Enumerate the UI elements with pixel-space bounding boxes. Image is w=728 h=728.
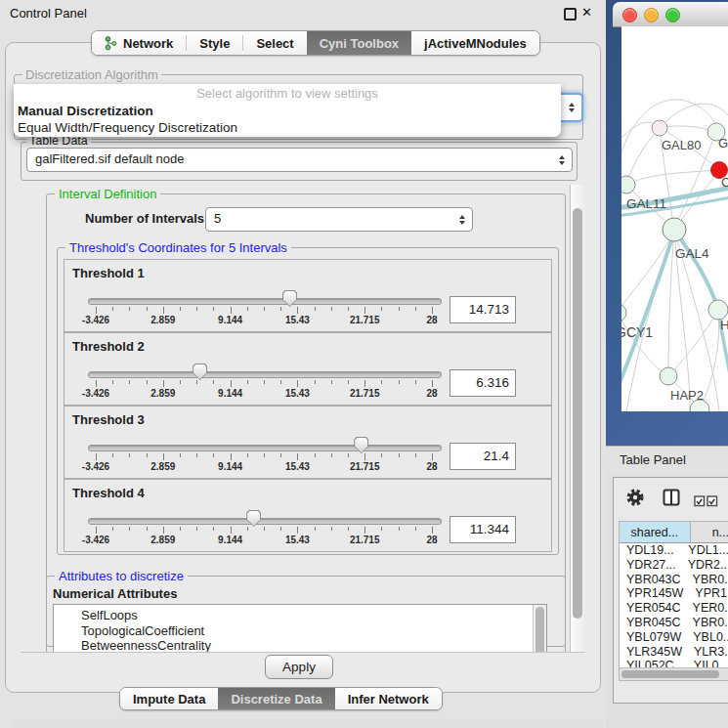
cell-name[interactable]: YBL0... (681, 630, 728, 645)
cell-shared-name[interactable]: YBR043C (620, 573, 681, 587)
numerical-attributes-list[interactable]: SelfLoopsTopologicalCoefficientBetweenne… (53, 604, 547, 653)
select-columns-icon[interactable] (694, 493, 719, 511)
attribute-list-item[interactable]: SelfLoops (54, 608, 546, 623)
cell-name[interactable]: YDR2... (676, 558, 728, 573)
table-header-row: shared... n... (620, 522, 728, 543)
vertical-scrollbar[interactable] (570, 185, 585, 652)
cell-shared-name[interactable]: YDR27... (620, 558, 676, 573)
scale-label: 2.859 (150, 388, 175, 399)
table-row[interactable]: YBR045CYBR0... (620, 616, 728, 630)
tick-mark (147, 527, 148, 531)
vertical-scrollbar-thumb[interactable] (573, 208, 582, 619)
combo-arrows-icon (459, 215, 465, 225)
tick-mark (364, 307, 365, 314)
tick-mark (315, 307, 316, 311)
table-data-select[interactable]: galFiltered.sif default node (26, 148, 573, 172)
gear-icon[interactable] (625, 488, 645, 511)
cell-shared-name[interactable]: YPR145W (620, 586, 683, 601)
tick-mark (315, 453, 316, 457)
table-row[interactable]: YDL19...YDL1... (620, 543, 728, 558)
attribute-list-item[interactable]: BetweennessCentrality (54, 638, 546, 653)
table-row[interactable]: YLR345WYLR3... (620, 645, 728, 660)
cell-name[interactable]: YLR3... (682, 645, 728, 660)
tick-mark (415, 527, 416, 531)
apply-button[interactable]: Apply (265, 655, 333, 679)
close-icon[interactable]: ✕ (581, 5, 592, 20)
threshold-value-input[interactable]: 6.316 (450, 369, 516, 397)
dropdown-option-equal-width[interactable]: Equal Width/Frequency Discretization (14, 119, 561, 136)
tab-impute-data[interactable]: Impute Data (120, 688, 218, 709)
threshold-value-input[interactable]: 14.713 (450, 296, 516, 323)
threshold-value-input[interactable]: 21.4 (450, 443, 516, 470)
tick-mark (297, 527, 298, 534)
table-row[interactable]: YBL079WYBL0... (620, 630, 728, 645)
tab-network[interactable]: Network (92, 31, 186, 55)
tick-mark (96, 527, 97, 534)
cell-name[interactable]: YPR1... (683, 586, 728, 601)
threshold-panel: Threshold 1-3.4262.8599.14415.4321.71528… (64, 259, 552, 332)
float-window-icon[interactable] (564, 8, 577, 21)
network-node[interactable] (660, 367, 677, 385)
tab-infer-network[interactable]: Infer Network (335, 688, 442, 709)
cell-name[interactable]: YBR0... (681, 573, 728, 587)
tab-cyni-toolbox[interactable]: Cyni Toolbox (307, 31, 411, 55)
dropdown-option-manual[interactable]: Manual Discretization (14, 103, 561, 119)
tick-mark (213, 527, 214, 531)
table-row[interactable]: YBR043CYBR0... (620, 573, 728, 587)
tick-mark (247, 380, 248, 384)
tick-mark (196, 453, 197, 457)
network-node[interactable] (621, 176, 635, 193)
table-row[interactable]: YDR27...YDR2... (620, 558, 728, 573)
node-attribute-table[interactable]: shared... n... YDL19...YDL1...YDR27...YD… (619, 521, 728, 681)
cell-shared-name[interactable]: YBL079W (620, 630, 681, 645)
tick-mark (280, 453, 281, 457)
list-scrollbar[interactable] (533, 605, 546, 653)
number-of-intervals-select[interactable]: 5 (205, 207, 473, 232)
cell-name[interactable]: YDL1... (676, 543, 728, 558)
slider-track[interactable] (88, 298, 442, 305)
network-node[interactable] (663, 218, 686, 241)
tab-discretize-data[interactable]: Discretize Data (218, 688, 334, 709)
tick-mark (112, 380, 113, 384)
slider-track[interactable] (88, 371, 442, 378)
cell-shared-name[interactable]: YER054C (620, 601, 681, 616)
slider-ticks (96, 380, 432, 388)
table-header-shared-name[interactable]: shared... (620, 522, 691, 543)
network-node[interactable] (621, 304, 626, 321)
tab-style[interactable]: Style (187, 31, 242, 55)
horizontal-scrollbar-thumb[interactable] (621, 670, 719, 678)
cell-shared-name[interactable]: YDL19... (620, 543, 676, 558)
tick-mark (280, 527, 281, 531)
table-header-name[interactable]: n... (691, 522, 728, 543)
horizontal-scrollbar[interactable] (620, 667, 728, 680)
table-toolbar (614, 478, 728, 517)
attribute-list-item[interactable]: TopologicalCoefficient (54, 623, 546, 639)
table-row[interactable]: YER054CYER0... (620, 601, 728, 616)
zoom-traffic-light[interactable] (665, 8, 680, 22)
list-scrollbar-thumb[interactable] (535, 607, 544, 653)
cell-name[interactable]: YER0... (681, 601, 728, 616)
network-node[interactable] (708, 300, 728, 320)
tab-label: Cyni Toolbox (320, 36, 399, 51)
network-edge (621, 100, 721, 173)
table-row[interactable]: YPR145WYPR1... (620, 586, 728, 601)
tick-mark (196, 527, 197, 531)
tick-mark (264, 527, 265, 531)
network-node[interactable] (652, 120, 667, 136)
minimize-traffic-light[interactable] (644, 8, 659, 22)
columns-icon[interactable] (663, 489, 680, 510)
network-canvas[interactable]: GAL80GACGAL11GAL4GCY1HHAP2 (621, 26, 728, 411)
slider-track[interactable] (88, 518, 442, 525)
cell-name[interactable]: YBR0... (681, 616, 728, 630)
tick-mark (163, 527, 164, 534)
tab-select[interactable]: Select (243, 31, 306, 55)
cell-shared-name[interactable]: YLR345W (620, 645, 682, 660)
slider-track[interactable] (88, 445, 442, 451)
close-traffic-light[interactable] (622, 8, 637, 22)
tab-jactivemnodules[interactable]: jActiveMNodules (411, 31, 539, 55)
tick-mark (364, 380, 365, 387)
scale-label: 15.43 (285, 315, 310, 325)
cell-shared-name[interactable]: YBR045C (620, 616, 681, 630)
attributes-group-label: Attributes to discretize (55, 569, 188, 583)
threshold-value-input[interactable]: 11.344 (450, 516, 516, 543)
